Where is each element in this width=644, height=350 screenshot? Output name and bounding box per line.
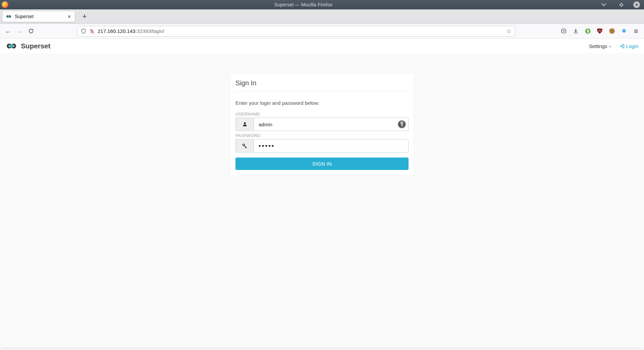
password-label: PASSWORD: <box>235 133 409 138</box>
url-path: :32393/login/ <box>136 28 164 34</box>
asterisk-icon: ✱ <box>622 28 626 34</box>
panel-title: Sign In <box>235 79 409 87</box>
keepassxc-autofill-icon[interactable] <box>397 120 406 130</box>
window-maximize-button[interactable] <box>616 0 627 10</box>
tracking-protection-shield-icon[interactable] <box>81 29 86 34</box>
superset-navbar: Superset Settings ▾ Login <box>0 39 644 53</box>
login-instruction: Enter your login and password below: <box>235 100 409 106</box>
tab-strip: Superset ✕ + <box>0 9 644 24</box>
username-group <box>235 118 409 131</box>
privacy-badger-extension-button[interactable] <box>582 26 593 37</box>
brand-name: Superset <box>21 42 50 50</box>
container-extension-button[interactable]: ✱ <box>619 26 629 37</box>
chevron-down-icon <box>601 1 606 6</box>
window-close-button[interactable]: ✕ <box>633 1 640 8</box>
diamond-icon <box>619 3 624 7</box>
reload-button[interactable] <box>25 26 36 37</box>
insecure-lock-icon[interactable] <box>89 29 95 34</box>
hamburger-menu-icon: ≡ <box>634 27 638 35</box>
url-text: 217.160.120.143:32393/login/ <box>98 28 503 34</box>
settings-menu[interactable]: Settings ▾ <box>589 43 611 49</box>
superset-favicon <box>5 14 12 18</box>
page-footer <box>0 348 644 350</box>
password-group <box>235 139 409 152</box>
browser-toolbar: ← → 217.160.120.143:32393/login/ ☆ <box>0 24 644 39</box>
footer-divider <box>3 348 641 348</box>
bookmark-star-icon[interactable]: ☆ <box>506 28 512 35</box>
sign-in-icon <box>620 44 625 49</box>
reload-icon <box>28 28 34 34</box>
firefox-icon <box>2 1 8 8</box>
settings-label: Settings <box>589 43 607 49</box>
privacy-badger-icon <box>585 28 591 34</box>
tab-title: Superset <box>15 14 64 19</box>
password-input[interactable] <box>254 139 409 152</box>
page-content: Sign In Enter your login and password be… <box>0 53 644 348</box>
username-addon <box>235 118 254 131</box>
superset-logo <box>4 42 18 50</box>
url-bar[interactable]: 217.160.120.143:32393/login/ ☆ <box>77 26 515 37</box>
close-icon: ✕ <box>635 3 638 7</box>
pocket-button[interactable] <box>558 26 569 37</box>
panel-header: Sign In <box>235 74 409 91</box>
cookie-icon <box>609 28 615 34</box>
ublock-letters: UO <box>598 30 602 32</box>
pocket-icon <box>561 28 567 34</box>
new-tab-button[interactable]: + <box>79 11 90 22</box>
download-icon <box>573 28 579 34</box>
forward-button[interactable]: → <box>14 26 25 37</box>
username-input[interactable] <box>254 118 409 131</box>
window-title: Superset — Mozilla Firefox <box>8 2 598 7</box>
sign-in-panel: Sign In Enter your login and password be… <box>230 73 414 175</box>
login-link[interactable]: Login <box>620 43 638 49</box>
password-addon <box>235 139 254 152</box>
panel-body: Enter your login and password below: USE… <box>230 91 414 175</box>
superset-brand-link[interactable]: Superset <box>4 42 50 50</box>
user-icon <box>242 122 248 127</box>
downloads-button[interactable] <box>570 26 581 37</box>
back-button[interactable]: ← <box>3 26 13 37</box>
caret-down-icon: ▾ <box>609 44 611 48</box>
url-host: 217.160.120.143 <box>98 28 136 34</box>
app-menu-button[interactable]: ≡ <box>631 26 641 37</box>
ublock-origin-extension-button[interactable]: UO <box>594 26 605 37</box>
key-icon <box>242 143 248 149</box>
window-minimize-button[interactable] <box>598 0 609 10</box>
username-label: USERNAME: <box>235 112 409 117</box>
toolbar-extensions-area: UO ✱ ≡ <box>558 26 641 37</box>
browser-tab-superset[interactable]: Superset ✕ <box>2 11 75 22</box>
cookie-extension-button[interactable] <box>606 26 617 37</box>
login-label: Login <box>626 43 638 49</box>
window-titlebar: Superset — Mozilla Firefox ✕ <box>0 0 644 9</box>
sign-in-button[interactable]: SIGN IN <box>235 158 409 170</box>
ublock-shield-icon: UO <box>597 29 602 34</box>
tab-close-button[interactable]: ✕ <box>67 14 72 19</box>
